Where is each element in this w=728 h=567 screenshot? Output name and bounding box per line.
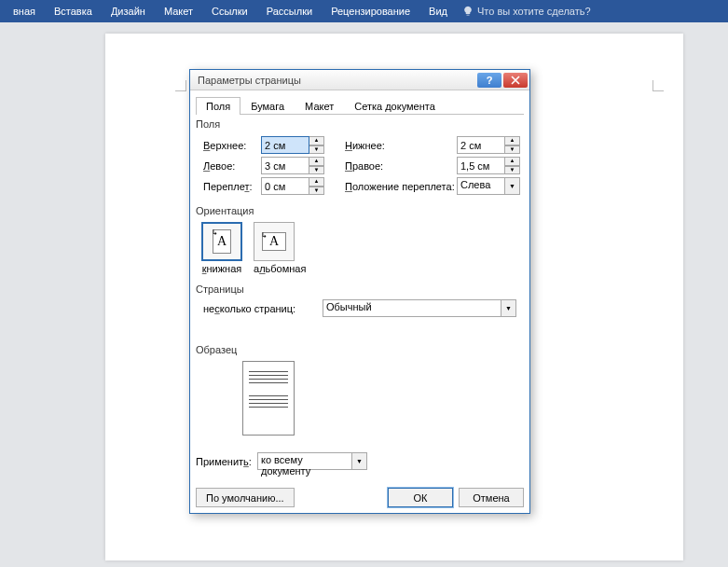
label-apply-to: Применить: (196, 456, 257, 467)
preview-thumbnail (242, 361, 295, 436)
ribbon-tab-references[interactable]: Ссылки (202, 2, 257, 21)
tab-margins[interactable]: Поля (196, 97, 240, 115)
help-button[interactable]: ? (477, 73, 501, 88)
lightbulb-icon (462, 6, 474, 17)
ribbon-tab-view[interactable]: Вид (419, 2, 457, 21)
ribbon-tab-design[interactable]: Дизайн (102, 2, 155, 21)
spinner-up-icon[interactable]: ▲ (309, 157, 324, 166)
margin-top-input[interactable] (261, 136, 309, 154)
close-button[interactable] (503, 73, 528, 88)
spinner-up-icon[interactable]: ▲ (505, 157, 520, 166)
orientation-portrait-label: книжная (201, 263, 242, 274)
spinner-up-icon[interactable]: ▲ (505, 136, 520, 145)
ok-button[interactable]: ОК (388, 488, 453, 507)
tab-layout[interactable]: Макет (295, 97, 344, 115)
apply-to-select[interactable]: ко всему документу (257, 452, 352, 470)
label-left: Левое: (203, 160, 261, 172)
orientation-landscape[interactable]: ↳ (254, 222, 295, 261)
orientation-landscape-label: альбомная (254, 263, 306, 274)
ribbon-tab-review[interactable]: Рецензирование (322, 2, 419, 21)
group-orientation-label: Ориентация (196, 205, 524, 216)
spinner-down-icon[interactable]: ▼ (309, 166, 324, 175)
spinner-down-icon[interactable]: ▼ (505, 145, 520, 155)
close-icon (511, 76, 520, 85)
margin-corner-tr (652, 80, 664, 91)
label-top: Верхнее: (203, 140, 261, 151)
ribbon: вная Вставка Дизайн Макет Ссылки Рассылк… (0, 0, 728, 22)
default-button[interactable]: По умолчанию... (196, 488, 295, 507)
group-sample-label: Образец (196, 344, 524, 355)
gutter-input[interactable] (261, 177, 309, 195)
tell-me-label: Что вы хотите сделать? (477, 6, 591, 17)
multiple-pages-select[interactable]: Обычный (323, 299, 501, 317)
margin-left-input[interactable] (261, 157, 309, 174)
portrait-page-icon: ↳ (213, 229, 231, 254)
dialog-title: Параметры страницы (198, 75, 475, 86)
spinner-up-icon[interactable]: ▲ (309, 136, 324, 145)
ribbon-tab-layout[interactable]: Макет (155, 2, 202, 21)
dialog-titlebar[interactable]: Параметры страницы ? (190, 70, 529, 90)
spinner-down-icon[interactable]: ▼ (309, 187, 324, 196)
tell-me-search[interactable]: Что вы хотите сделать? (462, 6, 591, 17)
tab-docgrid[interactable]: Сетка документа (344, 97, 446, 115)
spinner-down-icon[interactable]: ▼ (505, 166, 520, 175)
gutter-position-select[interactable]: Слева (457, 177, 505, 195)
spinner-down-icon[interactable]: ▼ (309, 145, 324, 155)
label-bottom: Нижнее: (345, 140, 457, 151)
group-pages-label: Страницы (196, 284, 524, 295)
chevron-down-icon[interactable]: ▼ (352, 452, 367, 470)
margin-bottom-input[interactable] (457, 136, 505, 154)
page-setup-dialog: Параметры страницы ? Поля Бумага Макет С… (189, 69, 530, 514)
orientation-portrait[interactable]: ↳ (201, 222, 242, 261)
landscape-page-icon: ↳ (262, 232, 286, 251)
tab-paper[interactable]: Бумага (240, 97, 295, 115)
label-gutter: Переплет: (203, 181, 261, 192)
chevron-down-icon[interactable]: ▼ (501, 299, 516, 317)
group-margins-label: Поля (196, 118, 524, 130)
ribbon-tab-home[interactable]: вная (4, 2, 45, 21)
dialog-tabs: Поля Бумага Макет Сетка документа (196, 96, 524, 115)
ribbon-tab-mailings[interactable]: Рассылки (257, 2, 322, 21)
label-right: Правое: (345, 160, 457, 172)
spinner-up-icon[interactable]: ▲ (309, 177, 324, 187)
cancel-button[interactable]: Отмена (459, 488, 524, 507)
ribbon-tab-insert[interactable]: Вставка (45, 2, 102, 21)
label-multiple-pages: несколько страниц: (203, 303, 323, 314)
margin-right-input[interactable] (457, 157, 505, 174)
chevron-down-icon[interactable]: ▼ (505, 177, 520, 195)
margin-corner-tl (175, 80, 186, 91)
label-gutter-position: Положение переплета: (345, 181, 457, 192)
